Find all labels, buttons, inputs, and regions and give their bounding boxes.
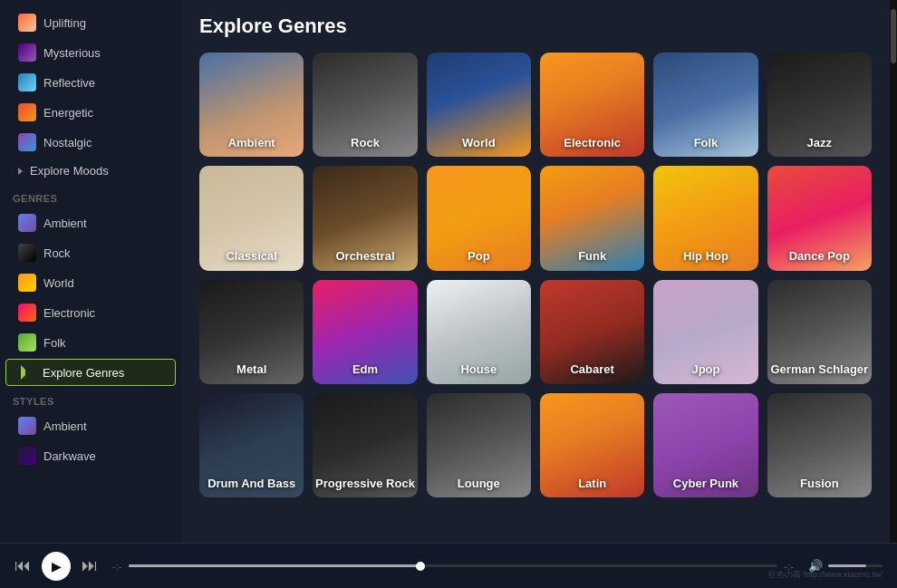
genre-card-classical[interactable]: Classical [199,166,304,270]
genres-section: AmbientRockWorldElectronicFolk [0,207,181,358]
next-button[interactable]: ⏭ [82,556,98,575]
player-bar: ⏮ ▶ ⏭ -:- -:- 🔊 狂热の高 http://www.xiaomo.t… [0,543,897,588]
genre-card-folk[interactable]: Folk [653,53,757,157]
scrollbar-thumb[interactable] [891,9,896,63]
genre-card-pop[interactable]: Pop [427,166,531,270]
sidebar-label-electronic: Electronic [43,306,95,320]
watermark: 狂热の高 http://www.xiaomo.tw/ [768,569,883,581]
energetic-icon [18,103,36,121]
genre-card-edm[interactable]: Edm [313,280,417,384]
genre-card-cyberpunk[interactable]: Cyber Punk [653,393,757,497]
genre-label-cyberpunk: Cyber Punk [673,477,738,491]
sidebar-label-world: World [43,276,74,290]
genre-card-rock[interactable]: Rock [313,53,417,157]
prev-button[interactable]: ⏮ [14,556,31,575]
volume-fill [828,564,866,567]
sidebar-item-energetic[interactable]: Energetic [5,98,176,127]
sidebar-item-folk[interactable]: Folk [5,328,176,357]
genre-label-metal: Metal [236,362,266,377]
genre-card-world[interactable]: World [427,53,531,157]
sidebar-label-uplifting: Uplifting [43,16,86,30]
genre-card-fusion[interactable]: Fusion [767,393,872,497]
play-button[interactable]: ▶ [42,552,71,581]
genre-label-orchestral: Orchestral [335,249,394,264]
genre-label-rock: Rock [351,136,380,150]
genre-card-progressiverock[interactable]: Progressive Rock [313,393,417,497]
mysterious-icon [18,43,36,62]
genre-card-house[interactable]: House [427,280,531,384]
sidebar-item-ambient[interactable]: Ambient [5,208,176,237]
explore-moods-item[interactable]: Explore Moods [5,159,176,183]
sidebar-label-darkwave: Darkwave [43,449,96,463]
progress-track[interactable] [129,564,776,567]
styles-section-label: Styles [0,387,181,410]
sidebar-item-electronic[interactable]: Electronic [5,298,176,327]
sidebar-label-mysterious: Mysterious [43,46,101,60]
genre-card-drumandbass[interactable]: Drum And Bass [199,393,304,497]
genre-card-ambient[interactable]: Ambient [199,53,304,157]
genre-card-funk[interactable]: Funk [540,166,644,270]
genre-label-pop: Pop [468,249,490,264]
genre-card-metal[interactable]: Metal [199,280,304,384]
genres-section-label: Genres [0,184,181,207]
sidebar-item-reflective[interactable]: Reflective [5,68,176,97]
sidebar-item-rock[interactable]: Rock [5,238,176,267]
scrollbar[interactable] [890,0,897,543]
genre-label-dancepop: Dance Pop [789,249,850,264]
rock-icon [18,244,36,262]
world-icon [18,274,36,292]
sidebar-item-nostalgic[interactable]: Nostalgic [5,128,176,157]
sidebar-label-ambient: Ambient [43,419,87,433]
genre-label-classical: Classical [226,249,276,264]
genre-card-jazz[interactable]: Jazz [767,53,872,157]
sidebar-label-energetic: Energetic [43,106,93,120]
genre-card-electronic[interactable]: Electronic [540,53,644,157]
sidebar-label-ambient: Ambient [43,217,87,230]
genre-card-jpop[interactable]: Jpop [653,280,757,384]
genre-card-orchestral[interactable]: Orchestral [313,166,417,270]
sidebar-label-nostalgic: Nostalgic [43,136,92,149]
sidebar-item-mysterious[interactable]: Mysterious [5,38,176,67]
genre-label-drumandbass: Drum And Bass [207,477,295,491]
sidebar-label-reflective: Reflective [43,76,95,90]
genre-card-germanschlager[interactable]: German Schlager [767,280,872,384]
sidebar-item-ambient[interactable]: Ambient [5,411,176,440]
progress-bar-container: -:- -:- [112,561,794,572]
genre-card-cabaret[interactable]: Cabaret [540,280,644,384]
volume-track[interactable] [828,564,883,567]
sidebar-item-uplifting[interactable]: Uplifting [5,8,176,37]
arrow-active-icon [21,365,35,380]
genre-card-hiphop[interactable]: Hip Hop [653,166,757,270]
genre-card-dancepop[interactable]: Dance Pop [767,166,872,270]
styles-ambient-icon [18,417,36,435]
genres-grid: AmbientRockWorldElectronicFolkJazzClassi… [199,53,872,497]
explore-genres-label: Explore Genres [43,366,124,380]
explore-genres-item[interactable]: Explore Genres [5,359,176,386]
genre-label-germanschlager: German Schlager [771,362,869,377]
genre-card-lounge[interactable]: Lounge [427,393,531,497]
sidebar-label-folk: Folk [43,336,66,350]
content-area: Explore Genres AmbientRockWorldElectroni… [181,0,890,543]
genre-label-electronic: Electronic [564,136,621,150]
sidebar-item-darkwave[interactable]: Darkwave [5,441,176,470]
sidebar: UpliftingMysteriousReflectiveEnergeticNo… [0,0,181,543]
ambient-icon [18,214,36,232]
progress-fill [129,564,420,567]
genre-label-cabaret: Cabaret [570,362,613,377]
genre-label-world: World [462,136,496,150]
time-start: -:- [112,561,121,572]
main-container: UpliftingMysteriousReflectiveEnergeticNo… [0,0,897,543]
player-controls: ⏮ ▶ ⏭ [14,552,98,581]
genre-label-jazz: Jazz [807,136,832,150]
reflective-icon [18,73,36,92]
genre-label-progressiverock: Progressive Rock [315,477,415,491]
genre-card-latin[interactable]: Latin [540,393,644,497]
genre-label-edm: Edm [352,362,378,377]
page-title: Explore Genres [199,14,872,38]
genre-label-hiphop: Hip Hop [683,249,728,264]
genre-label-funk: Funk [578,249,606,264]
genre-label-ambient: Ambient [228,136,275,150]
sidebar-item-world[interactable]: World [5,268,176,297]
genre-label-lounge: Lounge [458,477,500,491]
genre-label-fusion: Fusion [800,477,839,491]
